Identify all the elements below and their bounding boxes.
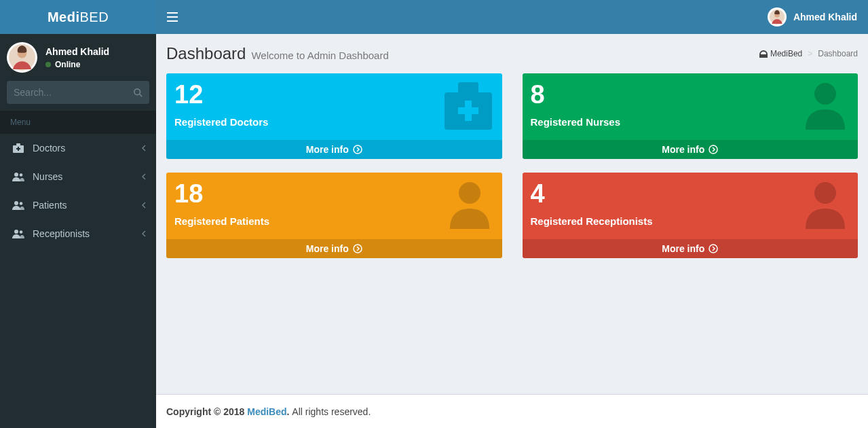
svg-rect-12 — [16, 148, 20, 149]
breadcrumb-separator: > — [808, 49, 812, 58]
stat-more-link[interactable]: More info — [166, 140, 502, 159]
svg-point-13 — [14, 173, 18, 177]
svg-point-26 — [459, 182, 480, 204]
page-title-wrap: Dashboard Welcome to Admin Dashboard — [166, 44, 389, 63]
svg-point-17 — [14, 230, 18, 234]
breadcrumb: MediBed > Dashboard — [759, 49, 858, 58]
svg-rect-2 — [167, 20, 178, 22]
svg-point-29 — [709, 245, 717, 253]
sidebar-user-name: Ahmed Khalid — [45, 46, 109, 57]
sidebar-user-status-text: Online — [55, 60, 80, 69]
footer-rights: All rights reserved. — [292, 406, 371, 417]
arrow-circle-right-icon — [709, 145, 718, 154]
svg-rect-0 — [167, 12, 178, 14]
breadcrumb-current: Dashboard — [818, 49, 858, 58]
users-icon — [12, 172, 24, 181]
sidebar-search[interactable] — [7, 81, 149, 104]
svg-point-16 — [20, 202, 23, 205]
arrow-circle-right-icon — [353, 244, 362, 253]
svg-point-7 — [134, 89, 140, 95]
brand-suffix: BED — [79, 10, 109, 25]
arrow-circle-right-icon — [353, 145, 362, 154]
page-title: Dashboard — [166, 44, 246, 63]
bars-icon — [167, 12, 178, 22]
sidebar-menu-header: Menu — [0, 111, 156, 134]
medkit-bg-icon — [441, 79, 495, 130]
chevron-left-icon — [142, 230, 146, 237]
chevron-left-icon — [142, 173, 146, 180]
chevron-left-icon — [142, 202, 146, 209]
svg-point-15 — [14, 201, 18, 205]
arrow-circle-right-icon — [709, 244, 718, 253]
sidebar-toggle[interactable] — [167, 12, 178, 22]
sidebar-user-status: Online — [45, 60, 109, 69]
footer-brand-link[interactable]: MediBed — [247, 406, 286, 417]
user-menu[interactable]: Ahmed Khalid — [768, 7, 857, 26]
person-bg-icon — [445, 178, 495, 229]
stat-more-label: More info — [662, 243, 704, 254]
stat-card-patients: 18 Registered Patients More info — [166, 173, 502, 258]
svg-point-25 — [709, 145, 717, 154]
sidebar-item-label: Nurses — [33, 171, 134, 182]
sidebar-item-receptionists[interactable]: Receptionists — [0, 219, 156, 248]
person-bg-icon — [800, 178, 851, 229]
header-user-name: Ahmed Khalid — [793, 12, 857, 22]
sidebar-item-doctors[interactable]: Doctors — [0, 134, 156, 162]
sidebar: Ahmed Khalid Online Menu — [0, 34, 156, 428]
brand-prefix: Medi — [48, 10, 80, 25]
stat-more-link[interactable]: More info — [523, 239, 858, 258]
svg-rect-22 — [458, 107, 478, 114]
svg-rect-20 — [458, 82, 478, 94]
avatar-icon — [768, 7, 787, 26]
brand-logo[interactable]: MediBED — [0, 0, 156, 34]
sidebar-item-label: Doctors — [33, 143, 134, 154]
svg-line-8 — [140, 94, 143, 97]
sidebar-item-patients[interactable]: Patients — [0, 191, 156, 219]
sidebar-item-nurses[interactable]: Nurses — [0, 162, 156, 191]
chevron-left-icon — [142, 145, 146, 151]
svg-point-23 — [354, 145, 362, 154]
sidebar-item-label: Patients — [33, 200, 134, 211]
svg-point-24 — [814, 83, 836, 105]
stat-more-label: More info — [306, 144, 349, 155]
stat-more-link[interactable]: More info — [523, 140, 858, 159]
stat-more-label: More info — [662, 144, 704, 155]
dashboard-icon — [759, 50, 768, 58]
svg-rect-1 — [167, 16, 178, 18]
person-bg-icon — [800, 79, 851, 130]
page-footer: Copyright © 2018 MediBed. All rights res… — [156, 394, 868, 428]
breadcrumb-root-label: MediBed — [770, 49, 802, 58]
avatar-icon — [7, 42, 37, 73]
stat-card-receptionists: 4 Registered Receptionists More info — [523, 173, 858, 258]
search-icon[interactable] — [133, 88, 143, 97]
online-dot-icon — [45, 62, 51, 67]
breadcrumb-root[interactable]: MediBed — [759, 49, 802, 58]
footer-copyright: Copyright © 2018 — [166, 406, 247, 417]
users-icon — [12, 200, 24, 210]
svg-point-28 — [814, 182, 836, 204]
stat-more-label: More info — [306, 243, 349, 254]
sidebar-user-panel: Ahmed Khalid Online — [0, 34, 156, 81]
stat-card-doctors: 12 Registered Doctors More info — [166, 73, 502, 159]
sidebar-item-label: Receptionists — [33, 228, 134, 239]
svg-point-18 — [20, 230, 23, 234]
stat-more-link[interactable]: More info — [166, 239, 502, 258]
medkit-icon — [12, 143, 24, 153]
svg-point-27 — [354, 245, 362, 253]
svg-point-14 — [20, 173, 23, 177]
page-subtitle: Welcome to Admin Dashboard — [251, 50, 388, 61]
svg-rect-10 — [16, 143, 20, 145]
stat-card-nurses: 8 Registered Nurses More info — [523, 73, 858, 159]
users-icon — [12, 229, 24, 238]
search-input[interactable] — [14, 87, 133, 98]
sidebar-nav: Doctors Nurses — [0, 134, 156, 248]
